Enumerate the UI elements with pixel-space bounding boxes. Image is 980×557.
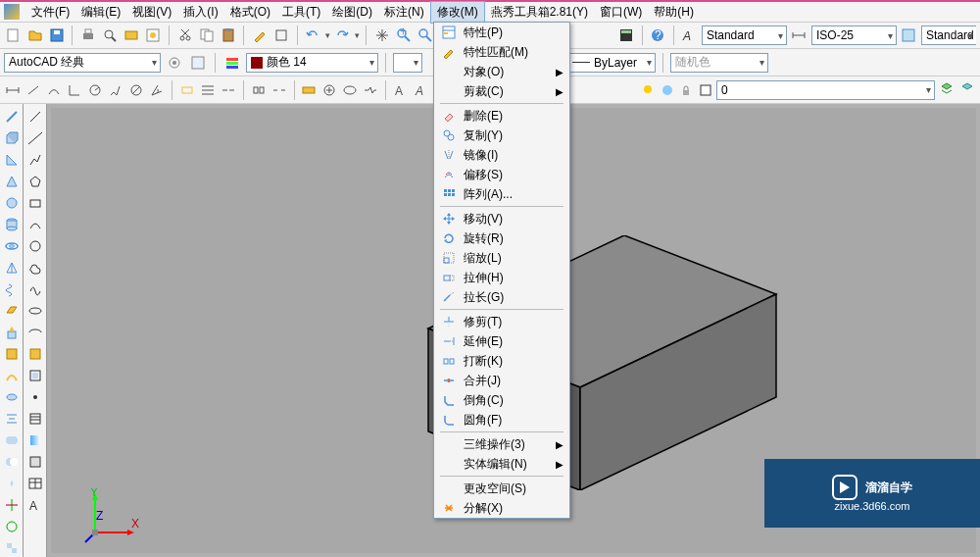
menu-dimension[interactable]: 标注(N) <box>378 2 430 23</box>
extrude-icon[interactable] <box>3 324 21 341</box>
helix-icon[interactable] <box>3 280 21 298</box>
textstyle-combo[interactable]: Standard <box>702 25 787 45</box>
menu-file[interactable]: 文件(F) <box>25 2 75 23</box>
lineweight-combo[interactable] <box>393 53 422 73</box>
cone-icon[interactable] <box>3 173 21 190</box>
copy-icon[interactable] <box>197 25 216 45</box>
dim-edit-icon[interactable]: A <box>392 80 410 100</box>
dim-jogged-icon[interactable] <box>107 80 124 100</box>
tablestyle-combo[interactable]: Standard <box>921 25 976 45</box>
menu-array[interactable]: 阵列(A)... <box>434 184 569 204</box>
dim-ordinate-icon[interactable] <box>66 80 83 100</box>
menu-mirror[interactable]: 镜像(I) <box>434 145 569 165</box>
menu-draw[interactable]: 绘图(D) <box>326 2 378 23</box>
insert-block-icon[interactable] <box>26 345 44 363</box>
menu-object[interactable]: 对象(O) ▶ <box>434 62 569 81</box>
gradient-icon[interactable] <box>26 431 44 449</box>
linetype-combo[interactable]: ByLayer <box>567 53 656 73</box>
undo-dropdown-icon[interactable]: ▾ <box>325 30 330 40</box>
layer-states-icon[interactable] <box>938 80 956 100</box>
menu-3dops[interactable]: 三维操作(3) ▶ <box>434 434 569 454</box>
menu-chamfer[interactable]: 倒角(C) <box>434 390 569 410</box>
intersect-icon[interactable] <box>3 475 21 492</box>
redo-dropdown-icon[interactable]: ▾ <box>355 30 360 40</box>
point-icon[interactable] <box>26 388 44 406</box>
circle-icon[interactable] <box>26 237 44 255</box>
print-icon[interactable] <box>78 25 97 45</box>
torus-icon[interactable] <box>3 237 21 255</box>
menu-edit[interactable]: 编辑(E) <box>75 2 126 23</box>
dim-diameter-icon[interactable] <box>127 80 145 100</box>
menu-stretch[interactable]: 拉伸(H) <box>434 268 569 287</box>
pan-icon[interactable] <box>372 25 391 45</box>
revcloud-icon[interactable] <box>26 259 44 277</box>
line-icon[interactable] <box>26 108 44 126</box>
arc-icon[interactable] <box>26 216 44 233</box>
cylinder-icon[interactable] <box>3 216 21 233</box>
textstyle-icon[interactable]: A <box>680 25 699 45</box>
layer-previous-icon[interactable] <box>958 80 976 100</box>
xline-icon[interactable] <box>26 129 44 147</box>
workspace-save-icon[interactable] <box>188 53 208 73</box>
dim-baseline-icon[interactable] <box>199 80 217 100</box>
zoom-icon[interactable]: + <box>394 25 413 45</box>
make-block-icon[interactable] <box>26 367 44 384</box>
menu-solidedit[interactable]: 实体编辑(N) ▶ <box>434 454 569 474</box>
menu-lengthen[interactable]: 拉长(G) <box>434 287 569 307</box>
menu-modify[interactable]: 修改(M) <box>430 1 485 24</box>
menu-insert[interactable]: 插入(I) <box>177 2 223 23</box>
menu-format[interactable]: 格式(O) <box>224 2 276 23</box>
center-mark-icon[interactable] <box>320 80 338 100</box>
layer-freeze-icon[interactable] <box>659 80 675 100</box>
calc-icon[interactable] <box>617 25 636 45</box>
dim-break-icon[interactable] <box>270 80 288 100</box>
menu-explode[interactable]: 分解(X) <box>434 498 569 518</box>
loft-icon[interactable] <box>3 410 21 428</box>
ellipse-arc-icon[interactable] <box>26 324 44 341</box>
match-icon[interactable] <box>250 25 269 45</box>
layer-combo[interactable]: 0 <box>716 80 935 100</box>
menu-matchprop[interactable]: 特性匹配(M) <box>434 42 569 62</box>
layer-lock-icon[interactable] <box>678 80 695 100</box>
menu-help[interactable]: 帮助(H) <box>648 2 700 23</box>
menu-fillet[interactable]: 圆角(F) <box>434 410 569 430</box>
menu-trim[interactable]: 修剪(T) <box>434 312 569 331</box>
dim-angular-icon[interactable] <box>148 80 166 100</box>
undo-icon[interactable] <box>304 25 322 45</box>
pline-icon[interactable] <box>26 151 44 169</box>
jog-line-icon[interactable] <box>362 80 379 100</box>
tablestyle-icon[interactable] <box>900 25 918 45</box>
menu-changespace[interactable]: 更改空间(S) <box>434 479 569 498</box>
workspace-combo[interactable]: AutoCAD 经典 <box>4 53 161 73</box>
box-icon[interactable] <box>3 129 21 147</box>
presspull-icon[interactable] <box>3 345 21 363</box>
publish-icon[interactable] <box>122 25 141 45</box>
dim-space-icon[interactable] <box>250 80 268 100</box>
menu-rotate[interactable]: 旋转(R) <box>434 228 569 248</box>
preview-icon[interactable] <box>101 25 120 45</box>
region-icon[interactable] <box>26 453 44 471</box>
inspect-icon[interactable] <box>341 80 359 100</box>
menu-yanxiu[interactable]: 燕秀工具箱2.81(Y) <box>485 2 594 23</box>
redo-icon[interactable] <box>333 25 352 45</box>
pyramid-icon[interactable] <box>3 259 21 277</box>
menu-window[interactable]: 窗口(W) <box>594 2 648 23</box>
ellipse-icon[interactable] <box>26 302 44 320</box>
plot-icon[interactable] <box>144 25 163 45</box>
save-icon[interactable] <box>47 25 66 45</box>
wedge-icon[interactable] <box>3 151 21 169</box>
layer-color-icon[interactable] <box>697 80 713 100</box>
dim-quick-icon[interactable] <box>178 80 196 100</box>
union-icon[interactable] <box>3 431 21 449</box>
menu-view[interactable]: 视图(V) <box>126 2 177 23</box>
open-icon[interactable] <box>25 25 44 45</box>
menu-join[interactable]: 合并(J) <box>434 371 569 390</box>
dim-aligned-icon[interactable] <box>24 80 42 100</box>
3dmove-icon[interactable] <box>3 496 21 514</box>
new-icon[interactable] <box>4 25 23 45</box>
menu-extend[interactable]: 延伸(E) <box>434 331 569 351</box>
menu-tools[interactable]: 工具(T) <box>276 2 326 23</box>
menu-move[interactable]: 移动(V) <box>434 209 569 228</box>
dim-arc-icon[interactable] <box>45 80 63 100</box>
menu-break[interactable]: 打断(K) <box>434 351 569 371</box>
